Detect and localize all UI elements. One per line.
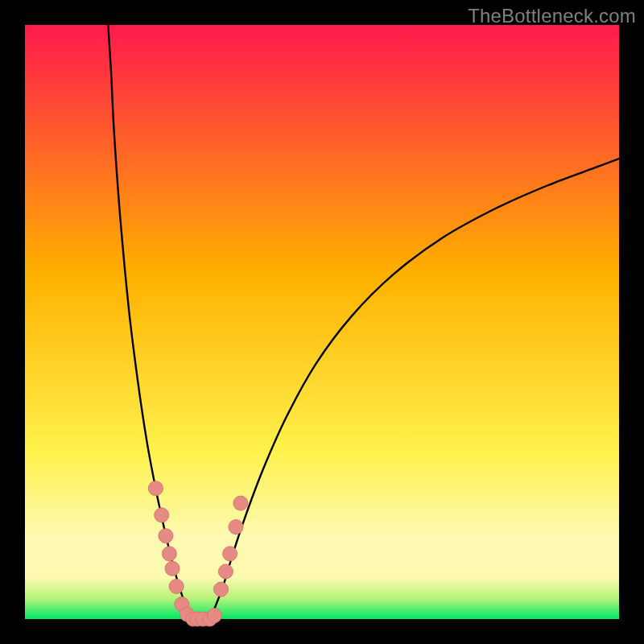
data-marker	[169, 579, 184, 593]
data-marker	[207, 609, 221, 623]
data-marker	[233, 496, 248, 510]
data-marker	[162, 547, 176, 561]
data-marker	[214, 582, 229, 597]
data-marker	[159, 529, 173, 543]
plot-area	[25, 25, 619, 619]
chart-container: TheBottleneck.com	[0, 0, 644, 644]
data-marker	[218, 564, 233, 579]
watermark-text: TheBottleneck.com	[468, 5, 636, 27]
data-marker	[155, 508, 169, 522]
data-marker	[165, 561, 180, 576]
bottleneck-curve-chart	[0, 0, 644, 644]
data-marker	[148, 481, 163, 496]
data-marker	[229, 520, 243, 535]
data-marker	[223, 547, 237, 561]
